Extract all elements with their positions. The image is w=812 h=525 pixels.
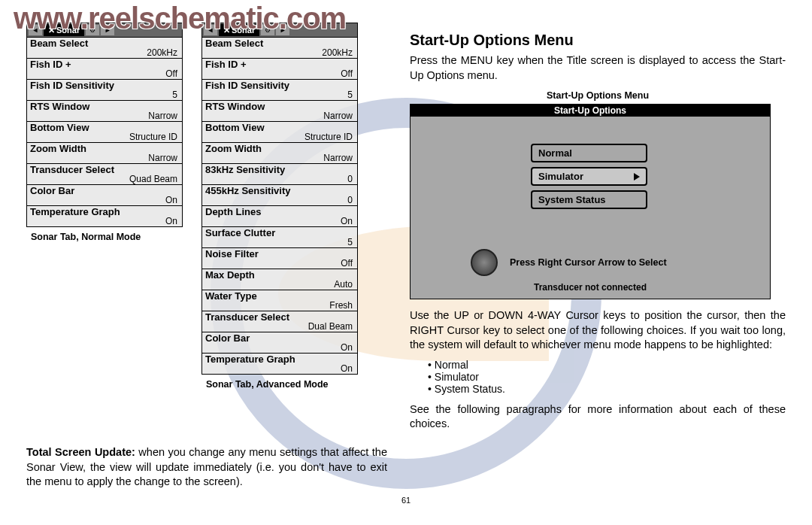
menu-row-value: 5	[205, 238, 354, 247]
menu-row: Beam Select200kHz	[27, 37, 182, 58]
menu-row-value: 0	[205, 174, 354, 184]
menu-row-label: Color Bar	[205, 333, 354, 343]
startup-option-label: Simulator	[538, 171, 583, 182]
menu-row-label: Surface Clutter	[205, 228, 354, 238]
menu-row: 455kHz Sensitivity0	[202, 184, 357, 205]
menu-row: RTS WindowNarrow	[27, 100, 182, 121]
menu-row-value: Narrow	[30, 111, 179, 120]
menu-row-label: 455kHz Sensitivity	[205, 186, 354, 196]
menu-row: Transducer SelectDual Beam	[202, 311, 357, 332]
menu-row-label: Temperature Graph	[30, 207, 179, 217]
bullet-item: Normal	[428, 359, 786, 371]
menu-row-value: 5	[30, 90, 179, 99]
menu-row-label: Fish ID +	[30, 59, 179, 69]
cursor-hint: Press Right Cursor Arrow to Select	[510, 257, 667, 268]
startup-option[interactable]: Simulator	[531, 167, 647, 186]
startup-option[interactable]: Normal	[531, 144, 647, 162]
menu-row-value: On	[30, 217, 179, 226]
menu-row-value: Structure ID	[30, 132, 179, 141]
menu-row: Temperature GraphOn	[27, 205, 182, 226]
menu-row: Noise FilterOff	[202, 247, 357, 269]
startup-option[interactable]: System Status	[531, 190, 647, 209]
menu-row-value: Quad Beam	[30, 174, 179, 184]
menu-row: Surface Clutter5	[202, 226, 357, 247]
menu-row-value: Narrow	[205, 153, 354, 162]
bullet-list: NormalSimulatorSystem Status.	[428, 359, 786, 395]
page-number: 61	[26, 496, 786, 505]
menu-row: Fish ID Sensitivity5	[27, 79, 182, 100]
selected-arrow-icon	[634, 173, 640, 181]
sonar-menu-normal: ◄ ✕ Sonar ⚙ ► Beam Select200kHzFish ID +…	[26, 23, 183, 227]
bullet-item: Simulator	[428, 371, 786, 383]
watermark-text: www.reelschematic.com	[14, 2, 346, 35]
menu-row-value: On	[30, 196, 179, 205]
menu-row: Color BarOn	[27, 184, 182, 205]
total-screen-update: Total Screen Update: when you change any…	[26, 445, 387, 490]
menu-row-label: Fish ID +	[205, 59, 354, 69]
menu-row: RTS WindowNarrow	[202, 100, 357, 121]
option-list: NormalSimulatorSystem Status	[531, 144, 647, 214]
menu-row: Color BarOn	[202, 332, 357, 353]
dpad-icon	[471, 249, 498, 276]
menu-row-label: Fish ID Sensitivity	[30, 80, 179, 90]
bullet-item: System Status.	[428, 383, 786, 395]
instructions-paragraph: Use the UP or DOWN 4-WAY Cursor keys to …	[410, 308, 786, 353]
menu-row-label: Color Bar	[30, 186, 179, 196]
menu-row: Water TypeFresh	[202, 290, 357, 311]
menu-row: Fish ID +Off	[27, 58, 182, 79]
menu-row: Bottom ViewStructure ID	[27, 121, 182, 142]
menu-row-value: Fresh	[205, 301, 354, 310]
see-following-paragraph: See the following paragraphs for more in…	[410, 402, 786, 432]
menu-normal-column: ◄ ✕ Sonar ⚙ ► Beam Select200kHzFish ID +…	[26, 23, 183, 435]
menu-row-value: Off	[205, 259, 354, 268]
menu-row-label: Noise Filter	[205, 249, 354, 259]
menu-row-value: Off	[30, 69, 179, 78]
menu-row-value: On	[205, 364, 354, 373]
menu-row-value: 0	[205, 196, 354, 205]
menu-row-value: 200kHz	[205, 48, 354, 57]
menu-row: Temperature GraphOn	[202, 353, 357, 374]
menu-row-value: Structure ID	[205, 132, 354, 141]
intro-paragraph: Press the MENU key when the Title screen…	[410, 53, 786, 83]
menu-row-value: Narrow	[30, 153, 179, 162]
startup-screenshot: Start-Up Options NormalSimulatorSystem S…	[410, 104, 771, 299]
menu-advanced-column: ◄ ✕ Sonar ⚙ ► Beam Select200kHzFish ID +…	[201, 23, 358, 435]
page-title: Start-Up Options Menu	[410, 32, 786, 49]
menu-row-value: 200kHz	[30, 48, 179, 57]
startup-caption: Start-Up Options Menu	[410, 90, 786, 101]
caption-advanced: Sonar Tab, Advanced Mode	[201, 379, 358, 390]
menu-row-value: On	[205, 343, 354, 352]
menu-row-value: On	[205, 217, 354, 226]
menu-row: Fish ID Sensitivity5	[202, 79, 357, 100]
menu-row-value: 5	[205, 90, 354, 99]
sonar-menu-advanced: ◄ ✕ Sonar ⚙ ► Beam Select200kHzFish ID +…	[201, 23, 358, 375]
menu-row-label: 83kHz Sensitivity	[205, 165, 354, 174]
menu-row: 83kHz Sensitivity0	[202, 163, 357, 184]
menu-row: Zoom WidthNarrow	[27, 142, 182, 163]
menu-row-value: Narrow	[205, 111, 354, 120]
menu-row: Bottom ViewStructure ID	[202, 121, 357, 142]
menu-row: Beam Select200kHz	[202, 37, 357, 58]
total-screen-label: Total Screen Update:	[26, 446, 135, 458]
menu-row-label: Depth Lines	[205, 207, 354, 217]
menu-row-label: Max Depth	[205, 270, 354, 280]
menu-row-label: Fish ID Sensitivity	[205, 80, 354, 90]
menu-row: Depth LinesOn	[202, 205, 357, 226]
menu-row-value: Off	[205, 69, 354, 78]
menu-row: Zoom WidthNarrow	[202, 142, 357, 163]
caption-normal: Sonar Tab, Normal Mode	[26, 232, 183, 242]
startup-shot-title: Start-Up Options	[411, 105, 770, 117]
menu-row-value: Dual Beam	[205, 322, 354, 331]
startup-option-label: Normal	[538, 147, 572, 159]
menu-row: Fish ID +Off	[202, 58, 357, 79]
menu-row: Max DepthAuto	[202, 269, 357, 290]
startup-option-label: System Status	[538, 194, 606, 205]
menu-row: Transducer SelectQuad Beam	[27, 163, 182, 184]
menu-row-value: Auto	[205, 280, 354, 289]
transducer-message: Transducer not connected	[411, 282, 770, 293]
menu-row-label: Temperature Graph	[205, 354, 354, 364]
